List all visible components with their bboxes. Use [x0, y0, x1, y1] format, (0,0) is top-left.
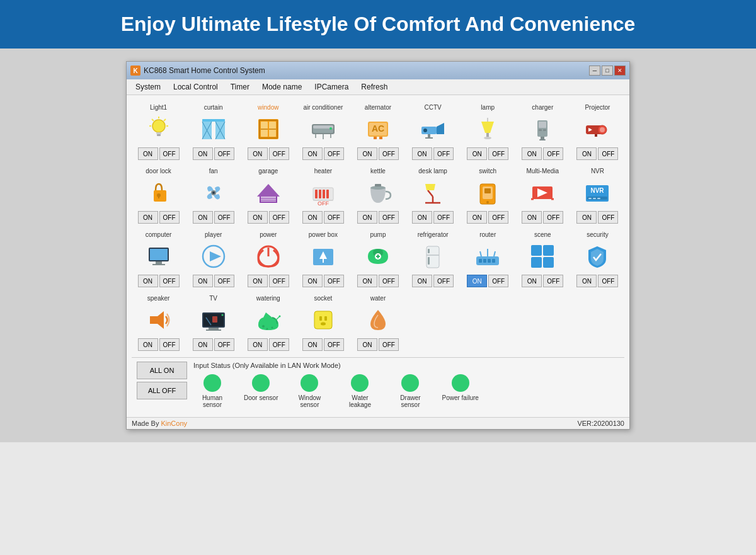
heater-off[interactable]: OFF: [324, 211, 344, 224]
garage-on[interactable]: ON: [248, 211, 268, 224]
window-off[interactable]: OFF: [269, 147, 289, 160]
garage-icon: [252, 176, 285, 209]
router-on[interactable]: ON: [467, 275, 487, 287]
multimedia-off[interactable]: OFF: [543, 211, 563, 224]
sensor-door: Door sensor: [244, 374, 278, 401]
menu-refresh[interactable]: Refresh: [355, 81, 394, 93]
aircon-on[interactable]: ON: [302, 147, 323, 160]
heater-on[interactable]: ON: [302, 211, 323, 224]
scene-on[interactable]: ON: [522, 275, 542, 287]
scene-icon: [526, 240, 559, 273]
device-window: window ON OFF: [241, 100, 295, 163]
security-off[interactable]: OFF: [598, 275, 618, 287]
player-off[interactable]: OFF: [214, 275, 234, 287]
doorlock-on[interactable]: ON: [138, 211, 158, 224]
alternator-off[interactable]: OFF: [379, 147, 399, 160]
charger-off[interactable]: OFF: [543, 147, 563, 160]
minimize-button[interactable]: ─: [589, 66, 600, 76]
kettle-off[interactable]: OFF: [379, 211, 399, 224]
menu-localcontrol[interactable]: Local Control: [167, 81, 224, 93]
doorlock-off[interactable]: OFF: [159, 211, 180, 224]
power-on[interactable]: ON: [248, 275, 268, 287]
speaker-off[interactable]: OFF: [159, 338, 180, 351]
input-status-title: Input Status (Only Available in LAN Work…: [193, 362, 619, 369]
computer-off[interactable]: OFF: [159, 275, 180, 287]
svg-rect-31: [374, 137, 377, 139]
curtain-on[interactable]: ON: [193, 147, 213, 160]
socket-off[interactable]: OFF: [324, 338, 344, 351]
charger-on[interactable]: ON: [522, 147, 542, 160]
device-projector: Projector ON OFF: [571, 100, 624, 163]
socket-on[interactable]: ON: [302, 338, 323, 351]
desklamp-on[interactable]: ON: [412, 211, 432, 224]
window-icon: [252, 113, 285, 146]
maximize-button[interactable]: □: [602, 66, 613, 76]
fan-off[interactable]: OFF: [214, 211, 234, 224]
powerbox-on[interactable]: ON: [302, 275, 323, 287]
svg-rect-79: [484, 188, 491, 193]
all-off-button[interactable]: ALL OFF: [137, 382, 187, 399]
garage-off[interactable]: OFF: [269, 211, 289, 224]
window-on[interactable]: ON: [248, 147, 268, 160]
nvr-on[interactable]: ON: [576, 211, 597, 224]
water-on[interactable]: ON: [357, 338, 377, 351]
switch-on[interactable]: ON: [467, 211, 487, 224]
desklamp-off[interactable]: OFF: [433, 211, 454, 224]
pump-on[interactable]: ON: [357, 275, 377, 287]
svg-rect-65: [319, 190, 321, 198]
device-watering: watering ON: [241, 291, 295, 353]
device-switch: switch ON OFF: [461, 164, 515, 226]
speaker-on[interactable]: ON: [138, 338, 158, 351]
cctv-on[interactable]: ON: [412, 147, 432, 160]
lamp-on[interactable]: ON: [467, 147, 487, 160]
cctv-off[interactable]: OFF: [433, 147, 454, 160]
sensor-label-water: Water leakage: [341, 394, 379, 408]
pump-icon: [362, 240, 394, 273]
sensor-dot-window: [301, 374, 318, 392]
nvr-off[interactable]: OFF: [598, 211, 618, 224]
lamp-off[interactable]: OFF: [488, 147, 508, 160]
multimedia-on[interactable]: ON: [522, 211, 542, 224]
device-garage: garage ON OFF: [241, 164, 295, 226]
menu-timer[interactable]: Timer: [224, 81, 256, 93]
router-off[interactable]: OFF: [488, 275, 508, 287]
tv-on[interactable]: ON: [193, 338, 213, 351]
charger-icon: [526, 113, 559, 146]
device-lamp: lamp ON OFF: [461, 100, 515, 163]
menu-system[interactable]: System: [129, 81, 167, 93]
fan-on[interactable]: ON: [193, 211, 213, 224]
light1-on[interactable]: ON: [138, 147, 158, 160]
tv-off[interactable]: OFF: [214, 338, 234, 351]
switch-off[interactable]: OFF: [488, 211, 508, 224]
menu-ipcamera[interactable]: IPCamera: [308, 81, 355, 93]
watering-off[interactable]: OFF: [269, 338, 289, 351]
kettle-on[interactable]: ON: [357, 211, 377, 224]
svg-marker-121: [150, 311, 164, 329]
svg-rect-128: [212, 316, 217, 323]
power-off[interactable]: OFF: [269, 275, 289, 287]
light1-off[interactable]: OFF: [159, 147, 180, 160]
refrigerator-off[interactable]: OFF: [433, 275, 454, 287]
close-button[interactable]: ✕: [614, 66, 626, 76]
pump-off[interactable]: OFF: [379, 275, 399, 287]
svg-rect-117: [531, 245, 542, 256]
projector-on[interactable]: ON: [576, 147, 597, 160]
watering-on[interactable]: ON: [248, 338, 268, 351]
projector-off[interactable]: OFF: [598, 147, 618, 160]
powerbox-off[interactable]: OFF: [324, 275, 344, 287]
curtain-off[interactable]: OFF: [214, 147, 234, 160]
device-socket: socket ON OFF: [296, 291, 350, 353]
alternator-on[interactable]: ON: [357, 147, 377, 160]
all-on-button[interactable]: ALL ON: [137, 362, 187, 379]
security-on[interactable]: ON: [576, 275, 597, 287]
aircon-off[interactable]: OFF: [324, 147, 344, 160]
scene-off[interactable]: OFF: [543, 275, 563, 287]
refrigerator-on[interactable]: ON: [412, 275, 432, 287]
player-on[interactable]: ON: [193, 275, 213, 287]
app-icon: K: [130, 66, 140, 76]
computer-on[interactable]: ON: [138, 275, 158, 287]
device-fan: fan ON OFF: [186, 164, 240, 226]
menu-modename[interactable]: Mode name: [256, 81, 308, 93]
svg-marker-75: [425, 184, 435, 190]
water-off[interactable]: OFF: [379, 338, 399, 351]
